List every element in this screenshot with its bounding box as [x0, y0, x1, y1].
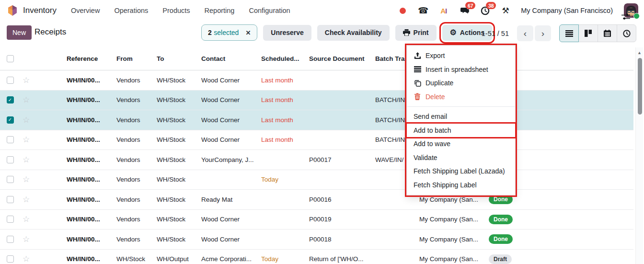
activity-view-button[interactable]: [617, 24, 636, 42]
cell-reference: WH/IN/00...: [67, 77, 116, 84]
navbar-menus: OverviewOperationsProductsReportingConfi…: [71, 7, 290, 14]
menu-item-fetch-shipping-label-lazada[interactable]: Fetch Shipping Label (Lazada): [407, 164, 515, 178]
row-checkbox[interactable]: ✓: [7, 116, 14, 124]
cell-from: WH/Stock: [116, 255, 157, 263]
cell-to: WH/Stock: [157, 196, 201, 203]
star-icon[interactable]: ☆: [23, 235, 30, 244]
check-availability-button[interactable]: Check Availability: [317, 25, 390, 41]
kanban-view-button[interactable]: [578, 24, 598, 42]
unreserve-button[interactable]: Unreserve: [263, 25, 311, 41]
record-dot-icon[interactable]: [397, 5, 408, 16]
app-name[interactable]: Inventory: [23, 6, 57, 15]
table-row[interactable]: ☆WH/IN/00...VendorsWH/StockToday: [0, 170, 633, 190]
scrollbar-up-arrow[interactable]: ▲: [636, 47, 643, 55]
menu-configuration[interactable]: Configuration: [249, 7, 290, 14]
table-row[interactable]: ☆WH/IN/00...WH/StockWH/OutputAcme Corpor…: [0, 250, 633, 264]
receipts-table: ReferenceFromToContactScheduled...Source…: [0, 44, 633, 264]
table-row[interactable]: ☆WH/IN/00...VendorsWH/StockReady MatP000…: [0, 190, 633, 210]
row-checkbox[interactable]: [7, 136, 14, 143]
menu-item-insert-in-spreadsheet[interactable]: Insert in spreadsheet: [407, 63, 515, 77]
table-row[interactable]: ☆WH/IN/00...VendorsWH/StockWood CornerP0…: [0, 210, 633, 230]
star-icon[interactable]: ☆: [23, 215, 30, 224]
print-button[interactable]: Print: [395, 25, 437, 41]
table-row[interactable]: ☆WH/IN/00...VendorsWH/StockYourCompany, …: [0, 150, 633, 170]
top-navbar: Inventory OverviewOperationsProductsRepo…: [0, 0, 644, 21]
menu-item-label: Insert in spreadsheet: [426, 66, 488, 73]
column-header-reference[interactable]: Reference: [67, 55, 116, 62]
star-icon[interactable]: ☆: [23, 155, 30, 164]
cell-source-document: P00016: [309, 196, 375, 203]
column-header-from[interactable]: From: [116, 55, 157, 62]
star-icon[interactable]: ☆: [23, 135, 30, 144]
cell-contact: Wood Corner: [201, 96, 261, 103]
menu-reporting[interactable]: Reporting: [205, 7, 235, 14]
row-checkbox[interactable]: [7, 216, 14, 223]
next-page-button[interactable]: ›: [535, 25, 551, 41]
menu-item-add-to-batch[interactable]: Add to batch: [407, 124, 515, 138]
menu-item-fetch-shipping-label[interactable]: Fetch Shipping Label: [407, 178, 515, 192]
menu-item-send-email[interactable]: Send email: [407, 110, 515, 124]
star-icon[interactable]: ☆: [23, 195, 30, 204]
kanban-view-icon: [585, 30, 592, 37]
cell-from: Vendors: [116, 156, 157, 163]
menu-products[interactable]: Products: [162, 7, 190, 14]
select-all-checkbox[interactable]: [7, 55, 14, 62]
menu-item-label: Fetch Shipping Label (Lazada): [414, 167, 505, 175]
table-row[interactable]: ✓☆WH/IN/00...VendorsWH/StockWood CornerL…: [0, 110, 633, 130]
cell-scheduled-date: Last month: [261, 136, 309, 143]
menu-overview[interactable]: Overview: [71, 7, 100, 14]
prev-page-button[interactable]: ‹: [517, 25, 533, 41]
phone-icon[interactable]: ☎: [418, 5, 428, 16]
gear-icon: ⚙: [450, 29, 457, 36]
cell-scheduled-date: Today: [261, 255, 309, 263]
star-icon[interactable]: ☆: [23, 254, 30, 264]
menu-item-duplicate[interactable]: Duplicate: [407, 76, 515, 90]
row-checkbox[interactable]: [7, 255, 14, 263]
star-icon[interactable]: ☆: [23, 115, 30, 125]
cell-reference: WH/IN/00...: [67, 236, 116, 243]
calendar-view-button[interactable]: [598, 24, 617, 42]
activities-icon[interactable]: 38: [480, 5, 490, 16]
column-options-icon[interactable]: [621, 13, 631, 21]
row-checkbox[interactable]: ✓: [7, 96, 14, 103]
column-header-scheduled[interactable]: Scheduled...: [261, 55, 309, 62]
column-header-source-document[interactable]: Source Document: [309, 55, 375, 62]
status-badge: Done: [489, 195, 513, 204]
tools-icon[interactable]: ⚒: [500, 5, 511, 16]
table-row[interactable]: ✓☆WH/IN/00...VendorsWH/StockWood CornerL…: [0, 91, 633, 111]
row-checkbox[interactable]: [7, 236, 14, 243]
pagination-counter: 1-51 / 51: [482, 30, 509, 37]
row-checkbox[interactable]: [7, 196, 14, 203]
row-checkbox[interactable]: [7, 77, 14, 84]
column-header-to[interactable]: To: [157, 55, 201, 62]
star-icon[interactable]: ☆: [23, 175, 30, 184]
menu-item-export[interactable]: Export: [407, 49, 515, 63]
new-button[interactable]: New: [7, 25, 32, 40]
menu-operations[interactable]: Operations: [114, 7, 148, 14]
list-view-button[interactable]: [559, 24, 579, 42]
menu-item-add-to-wave[interactable]: Add to wave: [407, 137, 515, 151]
messages-icon[interactable]: 67: [459, 5, 470, 16]
cell-source-document: P00019: [309, 216, 375, 223]
table-row[interactable]: ☆WH/IN/00...VendorsWH/StockWood CornerLa…: [0, 70, 633, 91]
ai-icon[interactable]: AI: [438, 5, 449, 16]
cell-to: WH/Stock: [157, 136, 201, 143]
star-icon[interactable]: ☆: [23, 76, 30, 85]
column-header-contact[interactable]: Contact: [201, 55, 261, 62]
scrollbar-thumb[interactable]: [638, 58, 642, 115]
table-header-row: ReferenceFromToContactScheduled...Source…: [0, 44, 633, 70]
menu-item-delete[interactable]: Delete: [407, 90, 515, 104]
menu-item-label: Send email: [414, 113, 447, 120]
row-checkbox[interactable]: [7, 156, 14, 163]
table-row[interactable]: ☆WH/IN/00...VendorsWH/StockWood CornerP0…: [0, 230, 633, 250]
star-icon[interactable]: ☆: [23, 95, 30, 104]
company-switcher[interactable]: My Company (San Francisco): [521, 7, 613, 14]
menu-item-validate[interactable]: Validate: [407, 151, 515, 165]
table-row[interactable]: ☆WH/IN/00...VendorsWH/StockWood CornerLa…: [0, 130, 633, 150]
row-checkbox[interactable]: [7, 176, 14, 183]
status-badge: Done: [489, 215, 513, 224]
clear-selection-icon[interactable]: ✕: [245, 29, 251, 36]
activity-view-icon: [623, 30, 631, 37]
vertical-scrollbar[interactable]: ▲: [635, 47, 643, 264]
inventory-app-icon[interactable]: [7, 5, 18, 16]
